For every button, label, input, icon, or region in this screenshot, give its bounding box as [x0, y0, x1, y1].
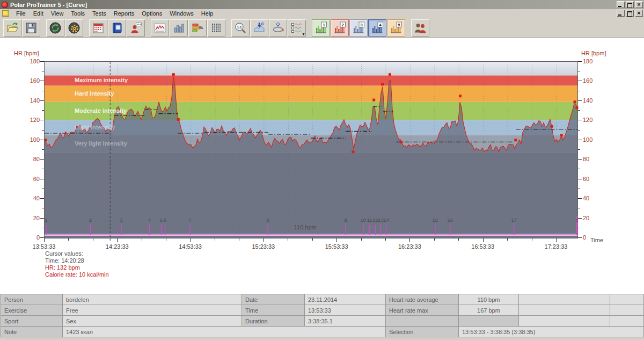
y-axis-label: 120 [20, 117, 40, 123]
y-axis-label: 120 [583, 117, 602, 123]
summary-cell-free: Free [63, 305, 242, 316]
y-axis-tick [578, 91, 580, 91]
y-axis-tick [42, 110, 44, 111]
x-axis-tick [239, 238, 239, 241]
grid-view-button[interactable] [207, 19, 225, 37]
percent-chart-button[interactable]: % [188, 19, 207, 37]
cursor-values-title: Cursor values: [45, 250, 109, 257]
summary-cell-3-38-35-1: 3:38:35.1 [305, 316, 386, 327]
summary-cell-13-53-33: 13:53:33 [305, 305, 386, 316]
dropdown-arrow-icon: ▼ [302, 32, 305, 36]
summary-cell-person: Person [1, 294, 63, 305]
summary-cell [519, 294, 610, 305]
menu-help[interactable]: Help [197, 10, 217, 17]
multi-curve-button[interactable]: ▼ [288, 19, 306, 37]
view-5-button[interactable]: 5 [387, 19, 405, 37]
x-axis-label: 15:23:33 [246, 243, 281, 250]
diary-button[interactable] [108, 19, 126, 37]
svg-text:4: 4 [148, 217, 151, 223]
y-axis-tick [578, 71, 580, 71]
y-axis-tick [42, 208, 44, 208]
y-axis-tick [40, 81, 44, 81]
view-1-button[interactable]: 1 [312, 19, 330, 37]
y-axis-tick [578, 198, 582, 199]
svg-text:3: 3 [120, 217, 122, 223]
compare-persons-button[interactable] [411, 19, 429, 37]
child-restore-button[interactable] [626, 10, 634, 17]
person-button[interactable] [127, 19, 145, 37]
y-axis-label: 60 [20, 176, 40, 182]
summary-cell [519, 305, 610, 316]
transfer-settings-button[interactable] [65, 19, 83, 37]
transfer-arrows-icon [49, 21, 62, 34]
y-axis-tick [578, 120, 582, 120]
y-axis-tick [578, 218, 582, 219]
minimize-button[interactable] [617, 1, 625, 8]
arrow-down-info-icon: i [253, 21, 266, 34]
summary-cell [610, 316, 644, 327]
summary-cell-heart-rate-max: Heart rate max [386, 305, 459, 316]
bar-chart-icon [172, 21, 185, 34]
info-rotate-button[interactable]: i [269, 19, 287, 37]
menu-file[interactable]: File [12, 10, 30, 17]
view-4-button[interactable]: 4 [368, 19, 386, 37]
child-minimize-button[interactable] [617, 10, 625, 17]
x-axis-tick [166, 238, 166, 241]
y-axis-tick [42, 71, 44, 71]
summary-cell-heart-rate-average: Heart rate average [386, 294, 459, 305]
child-close-button[interactable]: × [635, 10, 643, 17]
y-axis-tick [578, 110, 580, 111]
view-3-button[interactable]: 3 [349, 19, 368, 37]
view-2-button[interactable]: 2 [331, 19, 349, 37]
svg-text:1: 1 [45, 217, 47, 223]
x-axis-tick [191, 238, 191, 242]
x-axis-label: 16:23:33 [392, 243, 427, 250]
chart-view-icon: 1 [314, 21, 327, 34]
svg-text:1: 1 [323, 22, 325, 27]
svg-text:2: 2 [342, 22, 344, 27]
y-axis-label: 160 [20, 77, 40, 84]
save-button[interactable] [22, 19, 40, 37]
close-button[interactable]: × [635, 1, 643, 8]
x-axis-tick [556, 238, 557, 242]
y-axis-label: 100 [20, 136, 40, 143]
bar-chart-button[interactable] [170, 19, 188, 37]
curve-chart-icon [153, 21, 166, 34]
restore-button[interactable] [626, 1, 634, 8]
calendar-button[interactable] [89, 19, 107, 37]
y-axis-label: 140 [583, 97, 602, 104]
menu-reports[interactable]: Reports [110, 10, 138, 17]
summary-cell-110-bpm: 110 bpm [459, 294, 519, 305]
menu-view[interactable]: View [47, 10, 68, 17]
menu-tests[interactable]: Tests [89, 10, 110, 17]
y-axis-label: 80 [583, 156, 602, 162]
document-icon [2, 10, 9, 17]
x-axis-tick [385, 238, 386, 241]
summary-row: PersonbordelenDate23.11.2014Heart rate a… [1, 294, 644, 305]
zoom-1-1-button[interactable]: 1:1 [231, 19, 250, 37]
menu-edit[interactable]: Edit [30, 10, 47, 17]
y-axis-title-right: HR [bpm] [581, 50, 606, 56]
summary-cell-selection: Selection [386, 327, 459, 337]
hr-curve-plot[interactable]: 1234567891011121314151617t110 bpmMaximum… [44, 61, 578, 238]
info-below-button[interactable]: i [250, 19, 268, 37]
y-axis-tick [578, 149, 580, 150]
menu-tools[interactable]: Tools [67, 10, 89, 17]
y-axis-tick [578, 208, 580, 208]
calendar-icon [92, 21, 105, 34]
summary-cell-167-bpm: 167 bpm [459, 305, 519, 316]
y-axis-tick [40, 237, 44, 238]
cursor-values-panel: Cursor values: Time: 14:20:28 HR: 132 bp… [45, 250, 109, 278]
x-axis-tick [458, 238, 459, 241]
curve-view-button[interactable] [151, 19, 169, 37]
exercise-summary-table: PersonbordelenDate23.11.2014Heart rate a… [0, 294, 644, 340]
menu-windows[interactable]: Windows [166, 10, 197, 17]
svg-text:16: 16 [447, 217, 453, 223]
x-axis-tick [312, 238, 313, 241]
transfer-from-monitor-button[interactable] [46, 19, 64, 37]
open-file-button[interactable] [3, 19, 21, 37]
menu-options[interactable]: Options [138, 10, 166, 17]
y-axis-tick [578, 140, 582, 140]
summary-cell-exercise: Exercise [1, 305, 63, 316]
y-axis-label: 0 [20, 234, 40, 241]
